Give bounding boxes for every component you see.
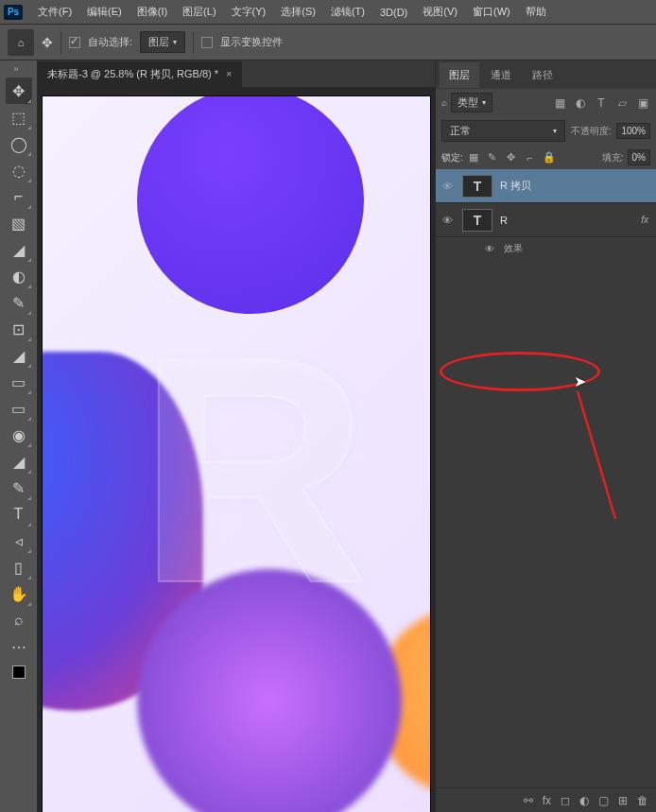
visibility-toggle[interactable]: 👁 xyxy=(440,215,455,226)
history-brush-tool[interactable]: ◢ xyxy=(6,342,32,369)
filter-adjust-icon[interactable]: ◐ xyxy=(573,95,588,111)
delete-layer-icon[interactable]: 🗑 xyxy=(637,794,648,807)
filter-smart-icon[interactable]: ▣ xyxy=(635,95,650,111)
layer-row[interactable]: 👁 T R 拷贝 xyxy=(436,169,656,203)
dodge-icon: ◢ xyxy=(13,453,25,471)
wand-icon: ◌ xyxy=(12,162,26,180)
layer-thumbnail[interactable]: T xyxy=(462,175,492,198)
document-tab[interactable]: 未标题-3 @ 25.8% (R 拷贝, RGB/8) * × xyxy=(38,61,242,87)
canvas[interactable]: R xyxy=(43,96,430,812)
artwork-circle xyxy=(137,96,364,314)
path-select-tool[interactable]: ◃ xyxy=(6,527,32,554)
auto-select-dropdown[interactable]: 图层 xyxy=(140,31,185,53)
zoom-tool[interactable]: ⌕ xyxy=(6,607,32,633)
lock-position-icon[interactable]: ✥ xyxy=(505,151,518,164)
crop-tool[interactable]: ⌐ xyxy=(6,183,32,210)
annotation-circle xyxy=(440,352,600,391)
layer-mask-icon[interactable]: ◻ xyxy=(561,794,570,807)
shape-tool[interactable]: ▯ xyxy=(6,554,32,580)
lock-artboard-icon[interactable]: ⌐ xyxy=(524,151,537,164)
eraser-tool[interactable]: ▭ xyxy=(6,369,32,395)
effects-label: 效果 xyxy=(504,242,523,255)
foreground-swatch[interactable] xyxy=(12,665,26,679)
menu-type[interactable]: 文字(Y) xyxy=(224,1,274,23)
layer-name[interactable]: R 拷贝 xyxy=(500,179,531,193)
blend-mode-dropdown[interactable]: 正常 xyxy=(441,120,565,142)
lock-row: 锁定: ▦ ✎ ✥ ⌐ 🔒 填充: 0% xyxy=(436,146,656,169)
menu-filter[interactable]: 滤镜(T) xyxy=(323,1,372,23)
layer-effects-row[interactable]: 👁 效果 xyxy=(436,237,656,260)
menu-view[interactable]: 视图(V) xyxy=(415,1,465,23)
lasso-tool[interactable]: ◯ xyxy=(6,130,32,157)
eyedropper-tool[interactable]: ◢ xyxy=(6,236,32,263)
toolbox-expand[interactable]: » xyxy=(14,64,24,74)
annotation-arrow xyxy=(568,387,625,528)
layer-thumbnail[interactable]: T xyxy=(462,209,492,232)
lock-all-icon[interactable]: 🔒 xyxy=(543,151,556,164)
layers-list: 👁 T R 拷贝 👁 T R fx 👁 效果 ➤ xyxy=(436,169,656,787)
menu-3d[interactable]: 3D(D) xyxy=(372,3,415,22)
filter-shape-icon[interactable]: ▱ xyxy=(614,95,630,111)
menu-help[interactable]: 帮助 xyxy=(518,1,554,23)
new-layer-icon[interactable]: ⊞ xyxy=(618,794,628,807)
menu-edit[interactable]: 编辑(E) xyxy=(79,1,129,23)
hand-tool[interactable]: ✋ xyxy=(6,580,32,607)
document-tabs: 未标题-3 @ 25.8% (R 拷贝, RGB/8) * × xyxy=(38,60,435,87)
auto-select-label: 自动选择: xyxy=(88,35,132,49)
document-title: 未标题-3 @ 25.8% (R 拷贝, RGB/8) * xyxy=(47,67,218,81)
gradient-tool[interactable]: ▭ xyxy=(6,395,32,422)
blur-icon: ◉ xyxy=(12,426,26,444)
edit-toolbar[interactable]: ⋯ xyxy=(6,633,32,660)
filter-type-icon[interactable]: T xyxy=(594,95,609,111)
blur-tool[interactable]: ◉ xyxy=(6,422,32,448)
stamp-tool[interactable]: ⊡ xyxy=(6,316,32,342)
filter-pixel-icon[interactable]: ▦ xyxy=(552,95,567,111)
layer-row[interactable]: 👁 T R fx xyxy=(436,203,656,237)
blend-row: 正常 不透明度: 100% xyxy=(436,116,656,146)
pen-tool[interactable]: ✎ xyxy=(6,475,32,501)
opacity-value[interactable]: 100% xyxy=(616,123,650,139)
divider xyxy=(60,31,61,54)
tab-channels[interactable]: 通道 xyxy=(481,62,521,88)
color-swatches[interactable] xyxy=(12,665,26,679)
layer-group-icon[interactable]: ▢ xyxy=(598,794,609,807)
visibility-toggle[interactable]: 👁 xyxy=(483,244,496,254)
layer-name[interactable]: R xyxy=(500,215,508,226)
marquee-tool[interactable]: ⬚ xyxy=(6,104,32,130)
move-icon: ✥ xyxy=(12,82,25,100)
type-icon: T xyxy=(14,506,24,523)
link-layers-icon[interactable]: ⚯ xyxy=(524,794,533,807)
menu-select[interactable]: 选择(S) xyxy=(273,1,323,23)
adjustment-layer-icon[interactable]: ◐ xyxy=(579,794,589,807)
lock-pixels-icon[interactable]: ✎ xyxy=(486,151,499,164)
menu-window[interactable]: 窗口(W) xyxy=(465,1,518,23)
home-button[interactable]: ⌂ xyxy=(8,29,34,56)
search-icon: ⌕ xyxy=(441,97,447,108)
canvas-viewport[interactable]: R xyxy=(38,87,435,812)
divider xyxy=(193,31,194,54)
tab-paths[interactable]: 路径 xyxy=(523,62,562,88)
pen-icon: ✎ xyxy=(12,479,25,497)
crop-icon: ⌐ xyxy=(14,188,23,205)
layer-fx-indicator[interactable]: fx xyxy=(641,215,648,225)
visibility-toggle[interactable]: 👁 xyxy=(440,181,455,192)
move-tool[interactable]: ✥ xyxy=(6,78,32,104)
menu-layer[interactable]: 图层(L) xyxy=(175,1,223,23)
menu-image[interactable]: 图像(I) xyxy=(129,1,175,23)
quick-select-tool[interactable]: ◌ xyxy=(6,157,32,183)
layer-fx-icon[interactable]: fx xyxy=(543,794,551,807)
fill-value[interactable]: 0% xyxy=(628,149,650,165)
show-transform-checkbox[interactable] xyxy=(201,37,213,48)
lock-transparency-icon[interactable]: ▦ xyxy=(467,151,480,164)
dodge-tool[interactable]: ◢ xyxy=(6,448,32,475)
frame-tool[interactable]: ▧ xyxy=(6,210,32,236)
filter-type-dropdown[interactable]: 类型 xyxy=(451,93,492,112)
close-tab-icon[interactable]: × xyxy=(226,68,232,79)
tab-layers[interactable]: 图层 xyxy=(440,62,479,88)
brush-icon: ✎ xyxy=(12,294,25,312)
brush-tool[interactable]: ✎ xyxy=(6,289,32,316)
type-tool[interactable]: T xyxy=(6,501,32,527)
healing-tool[interactable]: ◐ xyxy=(6,263,32,289)
auto-select-checkbox[interactable] xyxy=(69,37,80,48)
menu-file[interactable]: 文件(F) xyxy=(30,1,79,23)
